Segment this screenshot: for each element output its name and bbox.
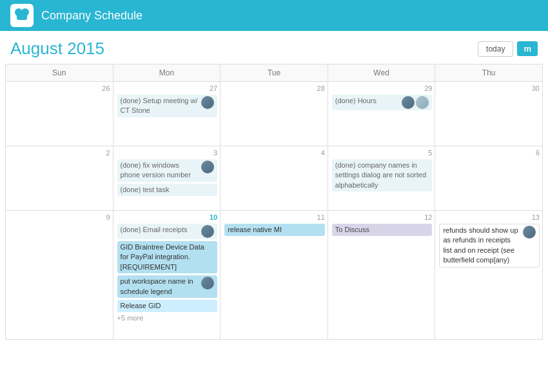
date-6: 6 xyxy=(439,149,540,157)
event-to-discuss[interactable]: To Discuss xyxy=(332,224,433,236)
month-title: August 2015 xyxy=(10,39,104,59)
event-text: put workspace name in schedule legend xyxy=(121,277,200,297)
cell-sep5: 5 (done) company names in settings dialo… xyxy=(328,146,436,211)
app-logo xyxy=(10,4,34,27)
date-9: 9 xyxy=(10,213,110,221)
event-text: (done) company names in settings dialog … xyxy=(335,161,429,190)
cell-sep3: 3 (done) fix windows phone version numbe… xyxy=(113,146,221,211)
today-button[interactable]: today xyxy=(478,41,513,57)
week-1: 26 27 (done) Setup meeting w/ CT Stone 2… xyxy=(6,82,543,146)
event-gid-braintree[interactable]: GID Braintree Device Data for PayPal int… xyxy=(117,241,218,273)
event-text: Release GID xyxy=(121,301,215,311)
cell-sep6: 6 xyxy=(435,146,543,211)
event-text: (done) fix windows phone version number xyxy=(121,161,200,181)
cell-aug29: 29 (done) Hours xyxy=(328,82,436,146)
avatar-1 xyxy=(402,96,415,109)
event-email-receipts[interactable]: (done) Email receipts xyxy=(117,224,218,239)
date-30: 30 xyxy=(439,84,540,92)
avatar xyxy=(201,161,214,173)
next-month-button[interactable]: m xyxy=(517,41,538,56)
calendar-toolbar: August 2015 today m xyxy=(0,31,548,64)
date-27: 27 xyxy=(117,84,218,92)
calendar-grid: Sun Mon Tue Wed Thu 26 27 (done) Setup m… xyxy=(5,64,543,340)
event-text: (done) Hours xyxy=(335,96,400,106)
event-put-workspace[interactable]: put workspace name in schedule legend xyxy=(117,275,218,298)
cell-aug26: 26 xyxy=(6,82,113,146)
avatar xyxy=(201,96,214,109)
avatar xyxy=(523,226,536,239)
cell-sep11: 11 release native MI xyxy=(220,211,328,340)
date-13: 13 xyxy=(439,213,540,221)
date-11: 11 xyxy=(224,213,325,221)
event-release-gid[interactable]: Release GID xyxy=(117,300,218,312)
event-text: (done) Setup meeting w/ CT Stone xyxy=(121,96,200,116)
week-2: 2 3 (done) fix windows phone version num… xyxy=(6,146,543,211)
date-4: 4 xyxy=(224,149,325,157)
day-header-mon: Mon xyxy=(113,64,221,82)
avatar xyxy=(201,277,214,289)
event-fix-windows[interactable]: (done) fix windows phone version number xyxy=(117,159,218,182)
event-company-names[interactable]: (done) company names in settings dialog … xyxy=(332,159,433,191)
day-header-sun: Sun xyxy=(6,64,113,82)
event-text: (done) Email receipts xyxy=(121,225,200,235)
date-3: 3 xyxy=(117,149,218,157)
cell-aug28: 28 xyxy=(220,82,328,146)
toolbar-right: today m xyxy=(478,41,538,57)
event-text: (done) test task xyxy=(121,185,215,195)
cell-sep13: 13 refunds should show up as refunds in … xyxy=(435,211,543,340)
event-release-native[interactable]: release native MI xyxy=(224,224,325,236)
date-5: 5 xyxy=(332,149,433,157)
cell-aug27: 27 (done) Setup meeting w/ CT Stone xyxy=(113,82,221,146)
cell-sep4: 4 xyxy=(220,146,328,211)
avatar xyxy=(201,225,214,238)
cell-sep2: 2 xyxy=(6,146,113,211)
event-text: To Discuss xyxy=(335,225,429,235)
event-hours[interactable]: (done) Hours xyxy=(332,95,433,110)
date-10: 10 xyxy=(117,213,218,221)
cell-sep10: 10 (done) Email receipts GID Braintree D… xyxy=(113,211,221,340)
day-headers: Sun Mon Tue Wed Thu xyxy=(6,64,543,82)
day-header-wed: Wed xyxy=(328,64,436,82)
day-header-thu: Thu xyxy=(435,64,543,82)
cell-sep9: 9 xyxy=(6,211,113,340)
avatars-row xyxy=(402,96,429,109)
event-test-task[interactable]: (done) test task xyxy=(117,184,218,196)
date-2: 2 xyxy=(10,149,110,157)
cell-aug30: 30 xyxy=(435,82,543,146)
event-refunds[interactable]: refunds should show up as refunds in rec… xyxy=(439,224,540,268)
event-text: GID Braintree Device Data for PayPal int… xyxy=(121,242,215,272)
app-header: Company Schedule xyxy=(0,0,548,31)
date-12: 12 xyxy=(332,213,433,221)
app-title: Company Schedule xyxy=(41,9,142,23)
event-text: release native MI xyxy=(228,225,322,235)
date-29: 29 xyxy=(332,84,433,92)
event-setup-meeting[interactable]: (done) Setup meeting w/ CT Stone xyxy=(117,95,218,117)
more-link[interactable]: +5 more xyxy=(117,314,218,322)
date-26: 26 xyxy=(10,84,110,92)
svg-rect-2 xyxy=(17,12,27,20)
cell-sep12: 12 To Discuss xyxy=(328,211,436,340)
day-header-tue: Tue xyxy=(220,64,328,82)
event-text: refunds should show up as refunds in rec… xyxy=(443,226,521,266)
avatar-2 xyxy=(416,96,429,109)
date-28: 28 xyxy=(224,84,325,92)
week-3: 9 10 (done) Email receipts GID Braintree… xyxy=(6,211,543,340)
